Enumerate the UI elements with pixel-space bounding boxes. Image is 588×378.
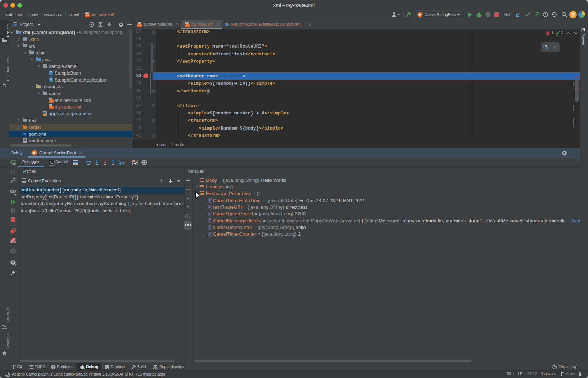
svg-text:9: 9 <box>12 171 14 174</box>
